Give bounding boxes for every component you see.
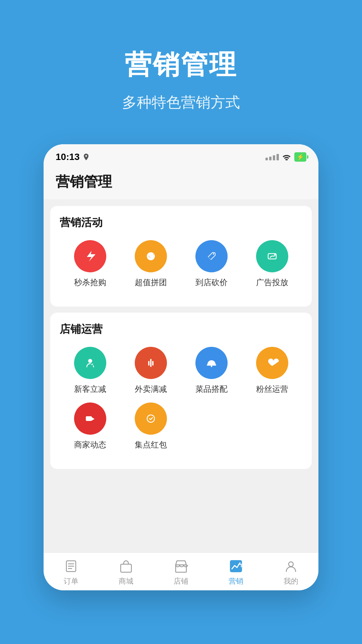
flash-sale-item[interactable]: 秒杀抢购 xyxy=(60,240,120,288)
svg-point-3 xyxy=(203,248,220,265)
in-store-discount-label: 到店砍价 xyxy=(195,277,228,288)
main-title: 营销管理 xyxy=(0,47,362,83)
svg-rect-19 xyxy=(86,416,92,421)
nav-mall[interactable]: 商城 xyxy=(99,559,154,586)
new-customer-discount-label: 新客立减 xyxy=(74,384,106,394)
fan-operation-label: 粉丝运营 xyxy=(256,384,288,394)
battery-icon: ⚡ xyxy=(294,152,306,162)
status-time: 10:13 xyxy=(56,152,80,162)
fan-operation-item[interactable]: 粉丝运营 xyxy=(242,347,302,394)
in-store-discount-icon xyxy=(195,240,228,272)
new-customer-discount-item[interactable]: 新客立减 xyxy=(60,347,120,394)
menu-combo-label: 菜品搭配 xyxy=(195,384,228,394)
group-buy-item[interactable]: 超值拼团 xyxy=(120,240,181,288)
header-section: 营销管理 多种特色营销方式 xyxy=(0,47,362,112)
svg-rect-27 xyxy=(176,565,186,572)
ad-placement-icon xyxy=(256,240,288,272)
bag-icon xyxy=(119,559,133,574)
nav-mine-label: 我的 xyxy=(284,576,298,586)
nav-mine[interactable]: 我的 xyxy=(263,559,318,586)
menu-combo-icon xyxy=(195,347,228,379)
status-bar: 10:13 ⚡ xyxy=(44,144,318,166)
delivery-discount-item[interactable]: 外卖满减 xyxy=(120,347,181,394)
group-buy-icon xyxy=(135,240,167,272)
ad-placement-label: 广告投放 xyxy=(256,277,288,288)
svg-rect-12 xyxy=(148,361,149,366)
page-title: 营销管理 xyxy=(56,172,306,191)
merchant-news-label: 商家动态 xyxy=(74,439,106,450)
nav-marketing-label: 营销 xyxy=(229,576,243,586)
flash-sale-icon xyxy=(74,240,106,272)
merchant-news-item[interactable]: 商家动态 xyxy=(60,402,120,450)
in-store-discount-item[interactable]: 到店砍价 xyxy=(181,240,242,288)
marketing-activities-title: 营销活动 xyxy=(60,215,302,230)
bottom-nav: 订单 商城 店铺 营销 xyxy=(44,552,318,590)
svg-rect-11 xyxy=(150,359,152,367)
person-icon xyxy=(284,559,298,574)
nav-orders[interactable]: 订单 xyxy=(44,559,99,586)
store-icon xyxy=(174,559,188,574)
group-buy-label: 超值拼团 xyxy=(135,277,167,288)
chart-icon xyxy=(229,559,243,574)
svg-rect-26 xyxy=(121,564,131,572)
svg-rect-16 xyxy=(211,366,212,367)
nav-orders-label: 订单 xyxy=(64,576,78,586)
order-icon xyxy=(64,559,78,574)
svg-rect-15 xyxy=(207,364,216,366)
menu-combo-item[interactable]: 菜品搭配 xyxy=(181,347,242,394)
phone-mockup: 10:13 ⚡ 营销管理 营销活动 xyxy=(44,144,318,590)
svg-point-8 xyxy=(88,359,92,363)
svg-point-20 xyxy=(142,410,160,427)
page-header: 营销管理 xyxy=(44,166,318,199)
flash-sale-label: 秒杀抢购 xyxy=(74,277,106,288)
store-operations-grid: 新客立减 外卖满减 xyxy=(60,347,302,458)
main-subtitle: 多种特色营销方式 xyxy=(0,93,362,112)
content-area: 营销活动 秒杀抢购 xyxy=(44,199,318,552)
new-customer-icon xyxy=(74,347,106,379)
store-operations-card: 店铺运营 新客立减 xyxy=(50,313,312,469)
wifi-icon xyxy=(282,154,291,160)
marketing-activities-grid: 秒杀抢购 超值拼团 xyxy=(60,240,302,296)
merchant-news-icon xyxy=(74,402,106,435)
stamp-red-packet-item[interactable]: 集点红包 xyxy=(120,402,181,450)
nav-mall-label: 商城 xyxy=(119,576,133,586)
nav-store-label: 店铺 xyxy=(174,576,188,586)
fan-operation-icon xyxy=(256,347,288,379)
location-icon xyxy=(83,153,89,161)
stamp-red-packet-label: 集点红包 xyxy=(135,439,167,450)
marketing-activities-card: 营销活动 秒杀抢购 xyxy=(50,206,312,307)
svg-point-6 xyxy=(274,254,276,256)
svg-point-29 xyxy=(289,562,293,567)
signal-icon xyxy=(265,154,279,160)
ad-placement-item[interactable]: 广告投放 xyxy=(242,240,302,288)
store-operations-title: 店铺运营 xyxy=(60,322,302,337)
svg-rect-13 xyxy=(152,361,154,366)
delivery-discount-icon xyxy=(135,347,167,379)
nav-store[interactable]: 店铺 xyxy=(154,559,208,586)
delivery-discount-label: 外卖满减 xyxy=(135,384,167,394)
nav-marketing[interactable]: 营销 xyxy=(208,559,263,586)
stamp-red-packet-icon xyxy=(135,402,167,435)
status-icons: ⚡ xyxy=(265,152,306,162)
